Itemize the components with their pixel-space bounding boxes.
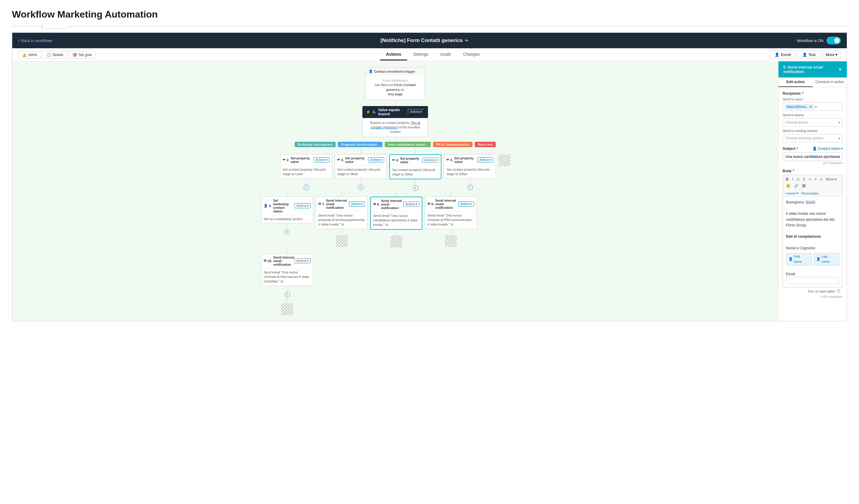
node2-actions-label: Actions (316, 158, 326, 161)
tag-remove-icon[interactable]: ✕ (810, 105, 812, 109)
tab-actions[interactable]: Actions (380, 49, 407, 61)
toolbar-more-btn[interactable]: More ▾ (825, 177, 838, 182)
panel-tab-contacts-in-action[interactable]: Contacts in action (813, 77, 847, 87)
branch-col-1: ✏ 3. Set property value Actions ▾ (335, 148, 387, 190)
branch-actions-btn[interactable]: Actions ▾ (408, 109, 424, 115)
panel-header: 8. Send internal email notification ✕ (779, 61, 847, 77)
toolbar-align2-btn[interactable]: ≡ (813, 177, 818, 182)
branch-icon: ⚡ (366, 110, 371, 114)
node2[interactable]: ✏ 2. Set property value Actions ▾ (280, 154, 332, 179)
node5-actions-label: Actions (479, 158, 489, 161)
edit-workflow-name-icon[interactable]: ✏ (465, 38, 469, 43)
alerts-button[interactable]: 🔔 Alerts (18, 51, 41, 59)
details-button[interactable]: 📋 Details (43, 51, 67, 59)
personalize-button[interactable]: Personalize (801, 191, 818, 195)
panel-tabs: Edit action Contacts in action (779, 77, 847, 87)
test-label: Test (809, 52, 816, 57)
first-name-label: First name (794, 254, 809, 265)
send-to-users-input[interactable]: filippo@fervo... ✕ ▾ (783, 103, 843, 111)
node7-actions-label: Actions (351, 202, 361, 206)
add-connector-r3-0[interactable]: + (285, 292, 290, 297)
node8-actions-btn[interactable]: Actions ▾ (403, 202, 419, 207)
branch-node[interactable]: ⚡ 1. Value equals branch Actions ▾ (362, 106, 428, 118)
trigger-node[interactable]: 👤 Contact enrollment trigger Form submis… (365, 67, 425, 100)
node2-actions-btn[interactable]: Actions ▾ (314, 157, 330, 162)
add-connector-3[interactable]: + (467, 185, 473, 190)
node3-icon: ✏ (337, 158, 340, 162)
node4-actions-btn[interactable]: Actions ▾ (422, 158, 438, 163)
toolbar-italic-btn[interactable]: I (791, 177, 794, 182)
tab-goals[interactable]: Goals (434, 49, 457, 61)
node10[interactable]: ✉ 10. Send internal email notification A… (261, 253, 313, 286)
node5-actions-btn[interactable]: Actions ▾ (477, 157, 493, 162)
test-button[interactable]: 👤 Test (798, 50, 820, 59)
send-to-users-label: Send to users (783, 97, 843, 101)
toolbar-align3-btn[interactable]: ≡ (819, 177, 824, 182)
node4[interactable]: ✏ 4. Set property value Actions ▾ (389, 154, 441, 179)
add-connector-1[interactable]: + (358, 185, 364, 190)
node4-body: Set contact property Lifecycle stage to … (390, 166, 441, 179)
branch-number: 1. (373, 110, 376, 114)
body-section: Body * B I U A ≡ ≡ ≡ More (783, 169, 843, 299)
v-line (287, 191, 287, 196)
send-to-teams-label: Send to teams (783, 113, 843, 117)
node10-actions-btn[interactable]: Actions ▾ (295, 258, 311, 263)
contact-token-chevron-icon: ▾ (841, 146, 843, 151)
branch-actions-chevron-icon: ▾ (421, 110, 422, 113)
body-char-count: 4.494 characters (783, 295, 843, 299)
more-button[interactable]: More ▾ (822, 50, 841, 59)
node3[interactable]: ✏ 3. Set property value Actions ▾ (335, 154, 387, 179)
toolbar-bold-btn[interactable]: B (785, 177, 790, 182)
contact-token-button[interactable]: 👤 Contact token ▾ (813, 146, 843, 151)
toolbar-underline-btn[interactable]: U (796, 177, 800, 182)
node6[interactable]: 👤 6. Set marketing contact status Action… (261, 196, 313, 223)
toolbar-color-btn[interactable]: A (802, 177, 807, 182)
node6-icon: 👤 (264, 204, 268, 208)
users-dropdown-arrow[interactable]: ▾ (815, 105, 817, 108)
add-connector-0[interactable]: + (304, 185, 309, 190)
node3-actions-btn[interactable]: Actions ▾ (368, 157, 384, 162)
v-line (287, 297, 287, 303)
add-connector-r2-0[interactable]: + (285, 230, 290, 235)
node7-actions-btn[interactable]: Actions ▾ (349, 201, 365, 206)
toolbar-image-btn[interactable]: 🖼 (801, 183, 807, 189)
insert-button[interactable]: + Insert ▾ (785, 191, 798, 195)
node7[interactable]: ✉ 7. Send internal email notification Ac… (316, 196, 368, 229)
node9[interactable]: ✉ 9. Send internal email notification Ac… (425, 196, 477, 229)
panel-close-button[interactable]: ✕ (838, 67, 842, 73)
add-connector-2[interactable]: + (413, 185, 418, 191)
node7-icon: ✉ (318, 202, 321, 206)
teams-placeholder: Choose teams (785, 120, 808, 125)
back-to-workflows-link[interactable]: Back to workflows (18, 38, 52, 43)
enroll-button[interactable]: 👤 Enroll (770, 50, 795, 59)
node4-number: 4. (396, 158, 399, 162)
toolbar-align1-btn[interactable]: ≡ (808, 177, 812, 182)
set-goal-button[interactable]: 🎯 Set goal (69, 51, 95, 59)
node8[interactable]: ✉ 8. Send internal email notification Ac… (370, 196, 422, 230)
v-line (451, 191, 451, 196)
insert-chevron-icon: ▾ (797, 191, 798, 195)
node10-actions-label: Actions (297, 259, 306, 263)
body-line1: è stata inviata una nuova candidatura sp… (786, 211, 839, 228)
send-to-existing-owners-select[interactable]: Choose existing owners ▾ (783, 134, 843, 142)
send-to-teams-select[interactable]: Choose teams ▾ (783, 118, 843, 127)
body-required: * (793, 169, 794, 173)
subject-input[interactable] (783, 153, 843, 161)
body-email-label: Email: (786, 271, 839, 277)
body-content[interactable]: Buongiorno [user] è stata inviata una nu… (783, 196, 843, 287)
node6-actions-btn[interactable]: Actions ▾ (295, 203, 311, 208)
toolbar-link-btn[interactable]: 🔗 (793, 183, 800, 189)
body-email-input[interactable] (786, 277, 839, 284)
workflow-title: [Notifiche] Form Contatti generico ✏ (52, 37, 797, 44)
workflow-toggle[interactable]: ✓ (827, 37, 841, 44)
toggle-knob: ✓ (834, 38, 840, 43)
node9-title: Send internal email notification (435, 199, 458, 209)
node9-actions-btn[interactable]: Actions ▾ (458, 201, 474, 206)
tab-changes[interactable]: Changes (457, 49, 486, 61)
workflow-status-text: Workflow is ON (797, 38, 824, 43)
node2-body: Set contact property Lifecycle stage to … (280, 166, 332, 178)
toolbar-emoji-btn[interactable]: 🙂 (785, 183, 792, 189)
node5[interactable]: ✏ 5. Set property value Actions ▾ (444, 154, 496, 179)
tab-settings[interactable]: Settings (407, 49, 434, 61)
panel-tab-edit-action[interactable]: Edit action (779, 77, 813, 87)
